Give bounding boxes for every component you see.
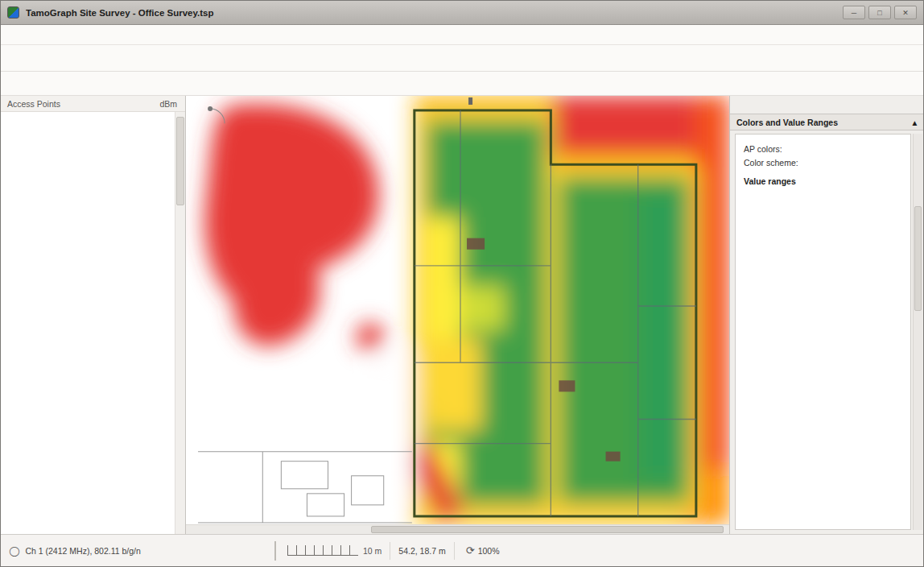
- value-ranges-label: Value ranges: [744, 176, 902, 186]
- color-scheme-label: Color scheme:: [744, 158, 902, 168]
- status-separator: [454, 542, 455, 560]
- radio-icon: ◯: [9, 545, 19, 557]
- minimize-button[interactable]: ─: [843, 6, 865, 19]
- app-window: TamoGraph Site Survey - Office Survey.ts…: [0, 0, 924, 567]
- cursor-position: 54.2, 18.7 m: [398, 546, 445, 556]
- section-header[interactable]: Colors and Value Ranges ▴: [730, 114, 923, 130]
- menu-bar: [1, 25, 923, 45]
- options-scrollbar[interactable]: [913, 134, 922, 530]
- status-channel: ◯ Ch 1 (2412 MHz), 802.11 b/g/n: [9, 545, 274, 557]
- app-icon: [7, 6, 19, 19]
- ap-tree: [1, 112, 175, 534]
- window-controls: ─□✕: [843, 6, 917, 19]
- view-toolbar: [1, 72, 923, 96]
- ap-tree-scrollbar[interactable]: [175, 112, 185, 534]
- sync-icon[interactable]: ⟳: [466, 544, 475, 557]
- status-bar: ◯ Ch 1 (2412 MHz), 802.11 b/g/n 10 m 54.…: [1, 534, 923, 566]
- maximize-button[interactable]: □: [868, 6, 891, 19]
- ap-list-header-name: Access Points: [7, 99, 60, 109]
- panel-tabs: [730, 96, 923, 114]
- title-bar[interactable]: TamoGraph Site Survey - Office Survey.ts…: [1, 1, 923, 25]
- ap-tree-scroll-thumb[interactable]: [176, 117, 184, 205]
- access-point-panel: Access Points dBm: [1, 96, 186, 534]
- scale-ruler: [287, 545, 358, 556]
- main-toolbar: [1, 45, 923, 72]
- floor-plan-map: [186, 96, 729, 534]
- options-panel: Colors and Value Ranges ▴ AP colors: Col…: [729, 96, 923, 534]
- ap-list-header[interactable]: Access Points dBm: [1, 96, 185, 112]
- status-separator: [390, 542, 390, 560]
- collapse-icon[interactable]: ▴: [913, 118, 917, 127]
- zoom-level[interactable]: 100%: [478, 546, 500, 556]
- window-title: TamoGraph Site Survey - Office Survey.ts…: [26, 8, 836, 18]
- options-body: AP colors: Color scheme: Value ranges: [735, 134, 911, 530]
- ap-colors-label: AP colors:: [744, 144, 902, 154]
- signal-legend: [274, 541, 276, 561]
- section-title: Colors and Value Ranges: [736, 118, 838, 127]
- map-scroll-thumb[interactable]: [371, 526, 724, 533]
- status-channel-text: Ch 1 (2412 MHz), 802.11 b/g/n: [25, 546, 140, 556]
- map-horizontal-scrollbar[interactable]: [186, 524, 729, 534]
- ap-list-header-value: dBm: [159, 99, 177, 109]
- options-scroll-thumb[interactable]: [914, 206, 922, 311]
- scale-label: 10 m: [363, 546, 382, 556]
- close-button[interactable]: ✕: [894, 6, 917, 19]
- heatmap-svg: [186, 96, 729, 524]
- map-canvas[interactable]: [186, 96, 729, 524]
